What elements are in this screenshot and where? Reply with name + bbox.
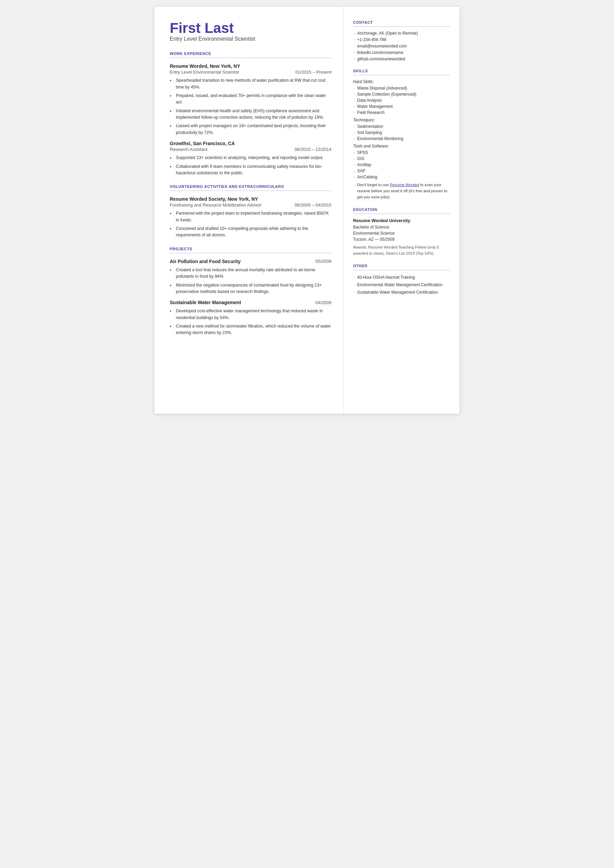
work-experience-heading: WORK EXPERIENCE: [170, 51, 332, 56]
project-1-header: Air Pollution and Food Security 05/2009: [170, 259, 332, 264]
job-1: Resume Worded, New York, NY Entry Level …: [170, 64, 332, 136]
vol-1-title-row: Fundraising and Resource Mobilization Ad…: [170, 202, 332, 208]
project-1-bullets: Created a tool that reduces the annual m…: [170, 267, 332, 295]
volunteering-heading: VOLUNTEERING ACTIVITIES AND EXTRACURRICU…: [170, 185, 332, 188]
skill-item: Waste Disposal (Advanced): [353, 86, 450, 90]
other-heading: OTHER: [353, 264, 450, 268]
skills-tip: Don't forget to use Resume Worded to sca…: [353, 182, 450, 200]
contact-linkedin: linkedin.com/in/username: [353, 50, 450, 55]
project-1: Air Pollution and Food Security 05/2009 …: [170, 259, 332, 295]
job-1-bullets: Spearheaded transition to new methods of…: [170, 77, 332, 136]
left-column: First Last Entry Level Environmental Sci…: [155, 7, 344, 414]
job-1-role: Entry Level Environmental Scientist: [170, 70, 239, 75]
project-2-header: Sustainable Water Management 04/2009: [170, 300, 332, 305]
skill-item: Sedimentation: [353, 124, 450, 129]
project-2-date: 04/2009: [315, 300, 332, 305]
list-item: Initiated environmental health and safet…: [170, 108, 332, 121]
techniques-label: Techniques:: [353, 118, 450, 123]
work-experience-section: WORK EXPERIENCE Resume Worded, New York,…: [170, 51, 332, 176]
contact-phone: +1-234-456-789: [353, 37, 450, 42]
skills-divider: [353, 75, 450, 75]
list-item: Minimized the negative consequences of c…: [170, 282, 332, 295]
skill-item: SAP: [353, 169, 450, 173]
job-2-bullets: Supported 13+ scientists in analyzing, i…: [170, 155, 332, 176]
project-1-date: 05/2009: [315, 259, 332, 264]
skill-item: Data Analysis: [353, 98, 450, 103]
list-item: Created a tool that reduces the annual m…: [170, 267, 332, 280]
education-heading: EDUCATION: [353, 208, 450, 211]
edu-field: Environmental Science: [353, 230, 450, 236]
skill-item: GIS: [353, 156, 450, 161]
job-2-header: Growthsi, San Francisco, CA: [170, 141, 332, 146]
candidate-name: First Last: [170, 20, 332, 36]
list-item: Developed cost-effective water managemen…: [170, 308, 332, 321]
edu-location-date: Tucson, AZ — 05/2009: [353, 236, 450, 242]
list-item: Collaborated with 9 team members in comm…: [170, 163, 332, 177]
project-2-bullets: Developed cost-effective water managemen…: [170, 308, 332, 336]
skill-item: Water Management: [353, 104, 450, 109]
job-2-dates: 06/2010 – 12/2014: [295, 147, 332, 152]
project-2-name: Sustainable Water Management: [170, 300, 241, 305]
list-item: Conceived and drafted 10+ compelling pro…: [170, 225, 332, 239]
job-2-title-row: Research Assistant 06/2010 – 12/2014: [170, 147, 332, 152]
job-1-company: Resume Worded, New York, NY: [170, 64, 240, 69]
edu-awards: Awards: Resume Worded Teaching Fellow (o…: [353, 244, 450, 256]
vol-1-bullets: Partnered with the project team to imple…: [170, 210, 332, 239]
skill-item: ArcCatalog: [353, 175, 450, 179]
other-item: 40-Hour OSHA Hazmat Training: [353, 274, 450, 280]
vol-1-header: Resume Worded Society, New York, NY: [170, 196, 332, 202]
project-1-name: Air Pollution and Food Security: [170, 259, 240, 264]
contact-location: Anchorage, AK (Open to Remote): [353, 31, 450, 36]
volunteering-section: VOLUNTEERING ACTIVITIES AND EXTRACURRICU…: [170, 185, 332, 239]
right-column: CONTACT Anchorage, AK (Open to Remote) +…: [344, 7, 459, 414]
contact-email: email@resumeworded.com: [353, 44, 450, 48]
contact-section: CONTACT Anchorage, AK (Open to Remote) +…: [353, 20, 450, 61]
job-2-company: Growthsi, San Francisco, CA: [170, 141, 235, 146]
contact-heading: CONTACT: [353, 20, 450, 25]
education-divider: [353, 214, 450, 214]
job-1-dates: 01/2015 – Present: [296, 70, 332, 75]
name-block: First Last Entry Level Environmental Sci…: [170, 20, 332, 42]
skill-item: SPSS: [353, 150, 450, 155]
education-section: EDUCATION Resume Worded University Bache…: [353, 208, 450, 256]
project-2: Sustainable Water Management 04/2009 Dev…: [170, 300, 332, 336]
skill-item: Environmental Monitoring: [353, 136, 450, 141]
list-item: Spearheaded transition to new methods of…: [170, 77, 332, 90]
skills-section: SKILLS Hard Skills: Waste Disposal (Adva…: [353, 69, 450, 200]
skill-item: Field Research: [353, 110, 450, 115]
candidate-title: Entry Level Environmental Scientist: [170, 36, 332, 42]
other-section: OTHER 40-Hour OSHA Hazmat Training Envir…: [353, 264, 450, 295]
job-2: Growthsi, San Francisco, CA Research Ass…: [170, 141, 332, 176]
projects-section: PROJECTS Air Pollution and Food Security…: [170, 247, 332, 336]
vol-divider: [170, 191, 332, 191]
hard-skills-label: Hard Skills:: [353, 79, 450, 84]
edu-degree: Bachelor of Science: [353, 224, 450, 230]
vol-1-role: Fundraising and Resource Mobilization Ad…: [170, 202, 262, 208]
list-item: Supported 13+ scientists in analyzing, i…: [170, 155, 332, 161]
other-item: Sustainable Water Management Certificati…: [353, 289, 450, 295]
resume-worded-link[interactable]: Resume Worded: [390, 183, 419, 187]
vol-1-dates: 06/2009 – 04/2010: [295, 202, 332, 208]
job-2-role: Research Assistant: [170, 147, 208, 152]
list-item: Partnered with the project team to imple…: [170, 210, 332, 224]
vol-1: Resume Worded Society, New York, NY Fund…: [170, 196, 332, 239]
projects-divider: [170, 253, 332, 253]
contact-github: github.com/resumeworded: [353, 57, 450, 61]
edu-school: Resume Worded University: [353, 218, 450, 223]
vol-1-company: Resume Worded Society, New York, NY: [170, 196, 258, 202]
skill-item: ArcMap: [353, 162, 450, 167]
skills-heading: SKILLS: [353, 69, 450, 73]
contact-divider: [353, 26, 450, 27]
list-item: Prepared, issued, and evaluated 70+ perm…: [170, 93, 332, 106]
work-divider: [170, 57, 332, 58]
tools-label: Tools and Software:: [353, 144, 450, 149]
skill-item: Sample Collection (Experienced): [353, 92, 450, 96]
job-1-header: Resume Worded, New York, NY: [170, 64, 332, 69]
other-item: Environmental Water Management Certifica…: [353, 282, 450, 288]
resume-container: First Last Entry Level Environmental Sci…: [155, 7, 459, 414]
list-item: Liaised with project managers on 18+ con…: [170, 123, 332, 136]
projects-heading: PROJECTS: [170, 247, 332, 251]
job-1-title-row: Entry Level Environmental Scientist 01/2…: [170, 70, 332, 75]
skill-item: Soil Sampling: [353, 130, 450, 135]
list-item: Created a new method for stormwater filt…: [170, 323, 332, 336]
